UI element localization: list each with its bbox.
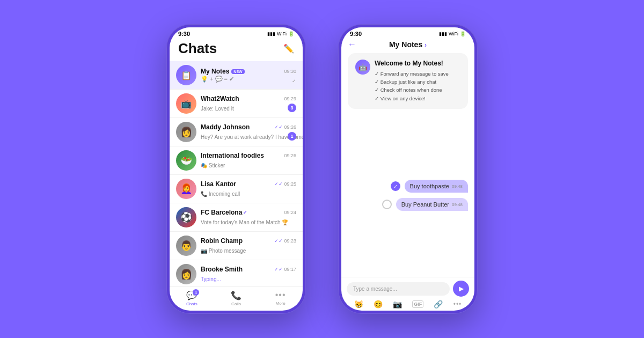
send-button[interactable]: ▶ <box>453 281 469 297</box>
right-status-bar: 9:30 ▮▮▮ WiFi 🔋 <box>341 27 474 37</box>
chat-list: 📋 My Notes NEW 09:30 💡 + 💬 = ✔ ✓ <box>170 61 303 286</box>
chat-info-fcbarcelona: FC Barcelona ✔ 09:24 Vote for today's Ma… <box>201 209 296 226</box>
chat-preview-intfoodies: 🎭 Sticker <box>201 163 225 168</box>
note-item-peanutbutter[interactable]: Buy Peanut Butter 09:48 <box>348 198 468 211</box>
chat-name-what2watch: What2Watch <box>201 95 239 102</box>
emoji-icon[interactable]: 😊 <box>374 300 383 308</box>
right-battery-icon: 🔋 <box>460 31 466 36</box>
note-item-toothpaste[interactable]: ✓ Buy toothpaste 09:48 <box>348 180 468 193</box>
avatar-lisa: 👩‍🦰 <box>176 179 196 199</box>
bottom-nav: 💬 Chats 4 📞 Calls ••• More <box>170 286 303 311</box>
link-icon[interactable]: 🔗 <box>434 300 443 308</box>
notes-content: 🤖 Welcome to My Notes! ✓ Forward any mes… <box>341 53 474 277</box>
double-check-lisa: ✓✓ <box>274 181 283 187</box>
note-checkbox-peanutbutter[interactable] <box>382 200 392 209</box>
double-check-maddy: ✓✓ <box>274 124 283 130</box>
avatar-brooke: 👩 <box>176 264 196 284</box>
chat-info-intfoodies: International foodies 09:26 🎭 Sticker <box>201 152 296 170</box>
chat-time-robin: 09:23 <box>284 238 296 244</box>
chat-info-maddy: Maddy Johnson ✓✓ 09:26 Hey? Are you at w… <box>201 123 296 141</box>
chat-item-what2watch[interactable]: 📺 What2Watch 09:29 Jake: Loved it 3 <box>170 90 303 118</box>
left-status-time: 9:30 <box>178 31 190 37</box>
double-check-brooke: ✓✓ <box>274 267 283 272</box>
notes-header: ← My Notes › <box>341 37 474 53</box>
nav-more-icon: ••• <box>275 290 286 300</box>
note-time-peanutbutter: 09:48 <box>452 202 463 207</box>
note-time-toothpaste: 09:48 <box>452 184 463 189</box>
nav-chats-label: Chats <box>186 302 197 306</box>
chat-item-brooke[interactable]: 👩 Brooke Smith ✓✓ 09:17 Typing... <box>170 260 303 286</box>
input-actions-bar: 😸 😊 📷 GIF 🔗 ••• <box>347 300 469 308</box>
avatar-mynotes: 📋 <box>176 65 196 85</box>
note-text-toothpaste: Buy toothpaste <box>410 183 449 189</box>
chat-preview-mynotes: 💡 + 💬 = ✔ <box>201 76 276 83</box>
signal-icon: ▮▮▮ <box>267 31 275 36</box>
chat-item-maddy[interactable]: 👩 Maddy Johnson ✓✓ 09:26 Hey? Are you at… <box>170 118 303 146</box>
chat-info-what2watch: What2Watch 09:29 Jake: Loved it <box>201 95 296 113</box>
battery-icon: 🔋 <box>288 31 294 36</box>
compose-icon[interactable]: ✏️ <box>283 43 294 54</box>
nav-item-chats[interactable]: 💬 Chats 4 <box>170 290 214 306</box>
back-arrow-icon[interactable]: ← <box>348 40 356 49</box>
chat-preview-brooke: Typing... <box>201 276 221 282</box>
welcome-title: Welcome to My Notes! <box>375 60 449 67</box>
chat-name-mynotes: My Notes <box>201 68 229 75</box>
nav-chats-badge: 4 <box>193 289 199 296</box>
unread-badge-maddy: 1 <box>288 132 296 141</box>
left-status-bar: 9:30 ▮▮▮ WiFi 🔋 <box>170 27 303 37</box>
note-bubble-toothpaste: Buy toothpaste 09:48 <box>405 180 468 193</box>
nav-more-label: More <box>276 301 286 306</box>
note-checkbox-toothpaste[interactable]: ✓ <box>391 181 400 191</box>
left-status-icons: ▮▮▮ WiFi 🔋 <box>267 31 294 36</box>
sticker-icon[interactable]: 😸 <box>354 300 363 308</box>
chat-time-mynotes: 09:30 <box>284 69 296 74</box>
chat-item-mynotes[interactable]: 📋 My Notes NEW 09:30 💡 + 💬 = ✔ ✓ <box>170 61 303 90</box>
message-input-row: Type a message... ▶ <box>347 281 469 297</box>
avatar-fcbarcelona: ⚽ <box>176 207 196 227</box>
chat-time-lisa: 09:25 <box>284 181 296 187</box>
nav-item-more[interactable]: ••• More <box>258 290 303 306</box>
nav-calls-icon: 📞 <box>231 290 241 300</box>
avatar-what2watch: 📺 <box>176 93 196 114</box>
right-phone: 9:30 ▮▮▮ WiFi 🔋 ← My Notes › 🤖 Welcome <box>338 24 478 314</box>
chat-info-mynotes: My Notes NEW 09:30 💡 + 💬 = ✔ <box>201 68 296 83</box>
chat-info-lisa: Lisa Kantor ✓✓ 09:25 📞 Incoming call <box>201 180 296 198</box>
welcome-icon: 🤖 <box>355 60 370 75</box>
chats-title: Chats <box>178 40 217 57</box>
camera-icon[interactable]: 📷 <box>393 300 402 308</box>
right-status-time: 9:30 <box>350 31 362 37</box>
notes-title: My Notes › <box>389 40 427 49</box>
avatar-robin: 👨 <box>176 236 196 256</box>
chat-item-intfoodies[interactable]: 🥗 International foodies 09:26 🎭 Sticker <box>170 146 303 175</box>
right-wifi-icon: WiFi <box>449 31 458 36</box>
message-input-field[interactable]: Type a message... <box>347 282 450 296</box>
chat-item-robin[interactable]: 👨 Robin Champ ✓✓ 09:23 📷 Photo message <box>170 232 303 260</box>
phones-container: 9:30 ▮▮▮ WiFi 🔋 Chats ✏️ 📋 <box>166 24 478 314</box>
chats-header: Chats ✏️ <box>170 37 303 61</box>
more-actions-icon[interactable]: ••• <box>453 300 462 308</box>
chat-item-fcbarcelona[interactable]: ⚽ FC Barcelona ✔ 09:24 Vote for today's … <box>170 203 303 232</box>
chat-name-fcbarcelona: FC Barcelona <box>201 209 242 216</box>
avatar-maddy: 👩 <box>176 122 196 142</box>
chat-preview-lisa: 📞 Incoming call <box>201 191 240 197</box>
chat-name-maddy: Maddy Johnson <box>201 123 250 131</box>
note-text-peanutbutter: Buy Peanut Butter <box>401 201 449 208</box>
chat-time-fcbarcelona: 09:24 <box>284 210 296 215</box>
chat-preview-fcbarcelona: Vote for today's Man of the Match 🏆 <box>201 219 288 225</box>
verified-icon-fcbarcelona: ✔ <box>243 210 247 215</box>
avatar-intfoodies: 🥗 <box>176 150 196 171</box>
right-status-icons: ▮▮▮ WiFi 🔋 <box>439 31 466 36</box>
chat-time-brooke: 09:17 <box>284 267 296 272</box>
chat-item-lisa[interactable]: 👩‍🦰 Lisa Kantor ✓✓ 09:25 📞 Incoming call <box>170 175 303 203</box>
chat-preview-what2watch: Jake: Loved it <box>201 106 234 112</box>
notes-chevron-icon: › <box>425 41 427 49</box>
chat-name-lisa: Lisa Kantor <box>201 180 236 188</box>
mynotes-new-badge: NEW <box>231 69 244 74</box>
welcome-card: 🤖 Welcome to My Notes! ✓ Forward any mes… <box>348 53 468 109</box>
gif-icon[interactable]: GIF <box>412 300 423 308</box>
chat-name-robin: Robin Champ <box>201 237 243 245</box>
chat-name-intfoodies: International foodies <box>201 152 264 159</box>
chat-name-brooke: Brooke Smith <box>201 266 243 273</box>
chat-info-brooke: Brooke Smith ✓✓ 09:17 Typing... <box>201 266 296 283</box>
nav-item-calls[interactable]: 📞 Calls <box>214 290 259 306</box>
